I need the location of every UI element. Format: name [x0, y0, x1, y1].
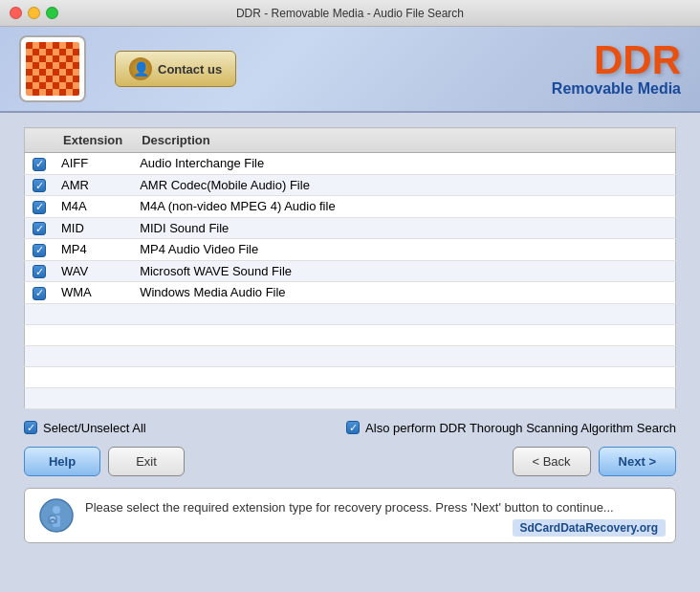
app-logo	[19, 35, 86, 102]
row-checkbox[interactable]: ✓	[33, 244, 46, 257]
thorough-scan-label: Also perform DDR Thorough Scanning Algor…	[365, 421, 676, 435]
brand-subtitle: Removable Media	[552, 80, 681, 98]
footer-controls: ✓ Select/Unselect All ✓ Also perform DDR…	[24, 421, 676, 435]
empty-row	[25, 345, 676, 366]
brand-title: DDR	[552, 40, 681, 80]
row-extension: AMR	[54, 174, 132, 196]
row-extension: MID	[54, 217, 132, 239]
buttons-row: Help Exit < Back Next >	[24, 447, 676, 476]
col-header-extension: Extension	[54, 128, 132, 153]
table-row: ✓ WMA Windows Media Audio File	[25, 282, 676, 304]
row-checkbox[interactable]: ✓	[33, 222, 46, 235]
next-button[interactable]: Next >	[599, 447, 676, 476]
svg-point-6	[53, 506, 60, 514]
row-description: M4A (non-video MPEG 4) Audio file	[132, 196, 675, 218]
info-icon	[39, 498, 74, 533]
header: 👤 Contact us DDR Removable Media	[0, 27, 700, 113]
close-button[interactable]	[10, 7, 22, 19]
svg-rect-4	[26, 42, 79, 96]
brand: DDR Removable Media	[552, 40, 681, 98]
empty-row	[25, 366, 676, 387]
minimize-button[interactable]	[28, 7, 40, 19]
row-extension: MP4	[54, 239, 132, 261]
row-checkbox[interactable]: ✓	[33, 265, 46, 278]
info-box: Please select the required extension typ…	[24, 488, 676, 543]
table-row: ✓ MID MIDI Sound File	[25, 217, 676, 239]
row-extension: WMA	[54, 282, 132, 304]
row-description: Microsoft WAVE Sound File	[132, 260, 675, 282]
thorough-scan-checkbox[interactable]: ✓	[346, 421, 360, 434]
table-row: ✓ AMR AMR Codec(Mobile Audio) File	[25, 174, 676, 196]
help-button[interactable]: Help	[24, 447, 100, 476]
table-row: ✓ AIFF Audio Interchange File	[25, 153, 676, 175]
empty-row	[25, 324, 676, 345]
col-header-check	[25, 128, 55, 153]
row-checkbox[interactable]: ✓	[33, 287, 46, 300]
row-description: AMR Codec(Mobile Audio) File	[132, 174, 675, 196]
row-extension: WAV	[54, 260, 132, 282]
empty-row	[25, 387, 676, 408]
row-extension: M4A	[54, 196, 132, 218]
select-all-checkbox[interactable]: ✓	[24, 421, 37, 434]
select-all-label: Select/Unselect All	[43, 421, 146, 435]
table-row: ✓ WAV Microsoft WAVE Sound File	[25, 260, 676, 282]
row-checkbox[interactable]: ✓	[33, 158, 46, 171]
contact-label: Contact us	[158, 62, 222, 77]
file-type-table: Extension Description ✓ AIFF Audio Inter…	[24, 127, 676, 409]
back-button[interactable]: < Back	[513, 447, 591, 476]
contact-button[interactable]: 👤 Contact us	[115, 51, 236, 87]
table-row: ✓ MP4 MP4 Audio Video File	[25, 239, 676, 261]
watermark: SdCardDataRecovery.org	[513, 519, 667, 537]
row-description: Audio Interchange File	[132, 153, 675, 175]
exit-button[interactable]: Exit	[108, 447, 185, 476]
col-header-description: Description	[132, 128, 675, 153]
row-description: MIDI Sound File	[132, 217, 675, 239]
info-message: Please select the required extension typ…	[85, 498, 614, 517]
empty-row	[25, 303, 676, 324]
contact-icon: 👤	[129, 57, 152, 80]
window-controls	[10, 7, 58, 19]
logo-svg	[26, 42, 79, 96]
window-title: DDR - Removable Media - Audio File Searc…	[236, 7, 464, 20]
title-bar: DDR - Removable Media - Audio File Searc…	[0, 0, 700, 27]
thorough-scan-area: ✓ Also perform DDR Thorough Scanning Alg…	[346, 421, 676, 435]
row-description: MP4 Audio Video File	[132, 239, 675, 261]
row-extension: AIFF	[54, 153, 132, 175]
select-all-area: ✓ Select/Unselect All	[24, 421, 346, 435]
main-content: Extension Description ✓ AIFF Audio Inter…	[0, 113, 700, 558]
row-checkbox[interactable]: ✓	[33, 179, 46, 192]
maximize-button[interactable]	[46, 7, 58, 19]
row-description: Windows Media Audio File	[132, 282, 675, 304]
table-row: ✓ M4A M4A (non-video MPEG 4) Audio file	[25, 196, 676, 218]
row-checkbox[interactable]: ✓	[33, 201, 46, 214]
